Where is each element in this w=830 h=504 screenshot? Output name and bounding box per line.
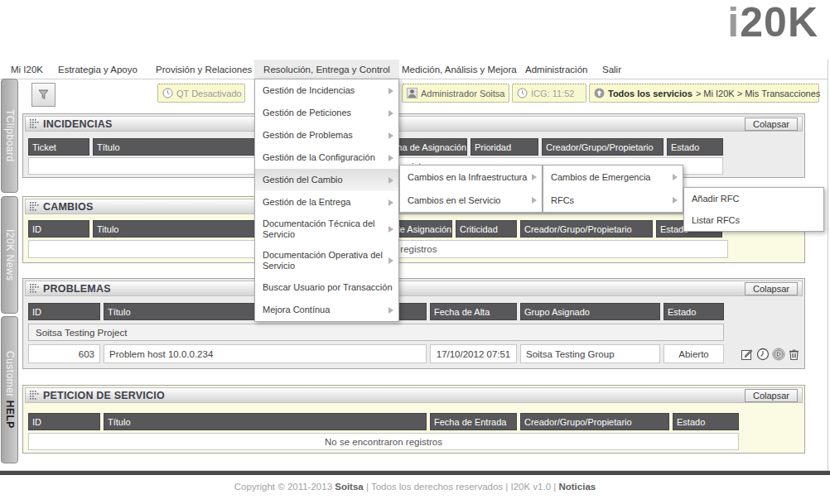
menu-item-gestion-entrega[interactable]: Gestión de la Entrega bbox=[255, 191, 398, 214]
breadcrumb[interactable]: Todos los servicios > Mi I20K > Mis Tran… bbox=[589, 84, 819, 103]
icg-status-label: ICG: 11:52 bbox=[531, 89, 574, 98]
filter-button[interactable] bbox=[31, 83, 55, 107]
submenu-arrow-icon bbox=[388, 177, 393, 184]
collapse-button[interactable]: Colapsar bbox=[745, 118, 798, 131]
column-header-estado[interactable]: Estado bbox=[664, 303, 724, 320]
submenu-arrow-icon bbox=[388, 88, 393, 94]
breadcrumb-root: Todos los servicios bbox=[608, 89, 692, 98]
menu-item-cambios-infraestructura[interactable]: Cambios en la Infraestructura bbox=[400, 166, 542, 189]
column-header-grupo-asignado[interactable]: Grupo Asignado bbox=[520, 303, 660, 320]
group-row[interactable]: Soitsa Testing Project bbox=[28, 324, 724, 341]
section-incidencias-header: INCIDENCIAS Colapsar bbox=[25, 116, 803, 132]
section-peticion: PETICION DE SERVICIO Colapsar ID Título … bbox=[22, 385, 805, 454]
menu-item-listar-rfcs[interactable]: Listar RFCs bbox=[684, 209, 823, 231]
user-icon bbox=[407, 88, 417, 98]
menu-item-mejora-continua[interactable]: Mejora Contínua bbox=[255, 299, 398, 321]
footer-soitsa: Soitsa bbox=[335, 482, 364, 492]
trash-icon[interactable] bbox=[788, 348, 800, 361]
section-title: PETICION DE SERVICIO bbox=[43, 390, 165, 401]
footer-bar bbox=[0, 471, 830, 475]
menu-item-rfcs[interactable]: RFCs bbox=[543, 189, 683, 212]
sidebar-tab-customer-help[interactable]: Customer HELP bbox=[1, 316, 18, 463]
column-header-id[interactable]: ID bbox=[28, 413, 100, 430]
column-header-criticidad[interactable]: Criticidad bbox=[456, 220, 517, 238]
user-status[interactable]: Administrador Soitsa bbox=[402, 84, 509, 103]
menu-item-gestion-incidencias[interactable]: Gestión de Incidencias bbox=[255, 79, 398, 102]
sidebar-tab-i20k-news[interactable]: I20K News bbox=[1, 196, 18, 314]
section-title: INCIDENCIAS bbox=[43, 118, 112, 130]
menu-item-cambios-emergencia[interactable]: Cambios de Emergencia bbox=[543, 166, 683, 189]
menubar-item-resolucion[interactable]: Resolución, Entrega y Control bbox=[254, 60, 399, 79]
menu-item-doc-tecnica[interactable]: Documentación Técnica del Servicio bbox=[255, 214, 398, 245]
globe-icon bbox=[594, 88, 605, 98]
menu-item-anadir-rfc[interactable]: Añadir RFC bbox=[684, 188, 823, 209]
column-header-creador[interactable]: Creador/Grupo/Propietario bbox=[520, 220, 653, 238]
menubar-item-estrategia[interactable]: Estrategia y Apoyo bbox=[49, 60, 147, 79]
menu-item-buscar-usuario[interactable]: Buscar Usuario por Transacción bbox=[255, 276, 398, 299]
icg-status[interactable]: ICG: 11:52 bbox=[512, 84, 586, 103]
menu-item-gestion-problemas[interactable]: Gestión de Problemas bbox=[255, 124, 398, 146]
menu-item-gestion-peticiones[interactable]: Gestión de Peticiones bbox=[255, 102, 398, 124]
row-actions bbox=[741, 348, 800, 361]
menubar-item-mi-i20k[interactable]: Mi I20K bbox=[2, 60, 52, 79]
column-header-fecha-alta[interactable]: Fecha de Alta bbox=[430, 303, 517, 320]
clock-icon bbox=[162, 88, 173, 98]
user-status-label: Administrador Soitsa bbox=[421, 89, 505, 98]
menubar-item-salir[interactable]: Salir bbox=[593, 60, 630, 79]
column-header-titulo[interactable]: Título bbox=[104, 413, 427, 430]
submenu-arrow-icon bbox=[388, 307, 393, 314]
submenu-arrow-icon bbox=[388, 110, 393, 117]
column-header-ticket[interactable]: Ticket bbox=[28, 138, 89, 156]
section-peticion-header: PETICION DE SERVICIO Colapsar bbox=[25, 387, 803, 403]
qt-status[interactable]: QT Desactivado bbox=[157, 84, 245, 103]
sidebar-tab-label: Customer HELP bbox=[4, 351, 16, 429]
submenu-arrow-icon bbox=[388, 199, 393, 206]
footer-text: Copyright © 2011-2013 Soitsa | Todos los… bbox=[0, 482, 830, 492]
column-header-estado[interactable]: Estado bbox=[673, 413, 739, 430]
menubar: Mi I20K Estrategia y Apoyo Provisión y R… bbox=[0, 60, 828, 79]
menubar-item-medicion[interactable]: Medición, Análisis y Mejora bbox=[393, 60, 526, 79]
column-header-id[interactable]: ID bbox=[28, 303, 100, 320]
empty-row: No se encontraron registros bbox=[28, 433, 739, 450]
edit-icon[interactable] bbox=[741, 348, 754, 361]
clock-icon[interactable] bbox=[756, 348, 770, 361]
submenu-arrow-icon bbox=[388, 257, 393, 264]
grip-icon bbox=[30, 119, 39, 128]
menubar-item-provision[interactable]: Provisión y Relaciones bbox=[147, 60, 261, 79]
sidebar-tab-tclipboard[interactable]: TClipboard bbox=[1, 79, 18, 193]
menu-item-gestion-configuracion[interactable]: Gestión de la Configuración bbox=[255, 146, 398, 169]
cell-fecha-alta: 17/10/2012 07:51 bbox=[430, 344, 517, 363]
cell-titulo: Problem host 10.0.0.234 bbox=[104, 344, 427, 363]
column-header-creador[interactable]: Creador/Grupo/Propietario bbox=[542, 138, 664, 156]
submenu-arrow-icon bbox=[388, 226, 393, 233]
column-header-prioridad[interactable]: Prioridad bbox=[470, 138, 538, 156]
funnel-icon bbox=[37, 89, 50, 101]
menu-item-gestion-cambio[interactable]: Gestión del Cambio bbox=[255, 169, 398, 191]
column-header-fecha-entrada[interactable]: Fecha de Entrada bbox=[430, 413, 517, 430]
play-icon[interactable] bbox=[772, 348, 785, 361]
app: i20K Mi I20K Estrategia y Apoyo Provisió… bbox=[0, 0, 830, 504]
table-row[interactable]: 603 Problem host 10.0.0.234 17/10/2012 0… bbox=[28, 344, 800, 363]
content-right-border bbox=[828, 60, 828, 470]
collapse-button[interactable]: Colapsar bbox=[745, 282, 798, 295]
sidebar-tab-label: I20K News bbox=[4, 229, 16, 281]
menu-item-doc-operativa[interactable]: Documentación Operativa del Servicio bbox=[255, 245, 398, 276]
grip-icon bbox=[30, 202, 39, 211]
column-header-estado[interactable]: Estado bbox=[667, 138, 723, 156]
cell-grupo: Soitsa Testing Group bbox=[520, 344, 660, 363]
collapse-button[interactable]: Colapsar bbox=[745, 389, 798, 402]
menubar-item-administracion[interactable]: Administración bbox=[516, 60, 596, 79]
column-header-id[interactable]: ID bbox=[28, 220, 89, 238]
cell-id: 603 bbox=[28, 344, 100, 363]
submenu-cambios-infraestructura: Cambios de Emergencia RFCs bbox=[543, 165, 683, 213]
submenu-gestion-cambio: Cambios en la Infraestructura Cambios en… bbox=[399, 165, 543, 213]
footer-noticias-link[interactable]: Noticias bbox=[558, 482, 596, 492]
column-header-creador[interactable]: Creador/Grupo/Propietario bbox=[520, 413, 669, 430]
menu-item-cambios-servicio[interactable]: Cambios en el Servicio bbox=[400, 189, 542, 212]
dropdown-resolucion: Gestión de Incidencias Gestión de Petici… bbox=[254, 79, 399, 322]
submenu-rfcs: Añadir RFC Listar RFCs bbox=[683, 187, 824, 232]
submenu-arrow-icon bbox=[673, 174, 678, 180]
submenu-arrow-icon bbox=[388, 132, 393, 139]
submenu-arrow-icon bbox=[532, 197, 537, 204]
submenu-arrow-icon bbox=[388, 155, 393, 161]
